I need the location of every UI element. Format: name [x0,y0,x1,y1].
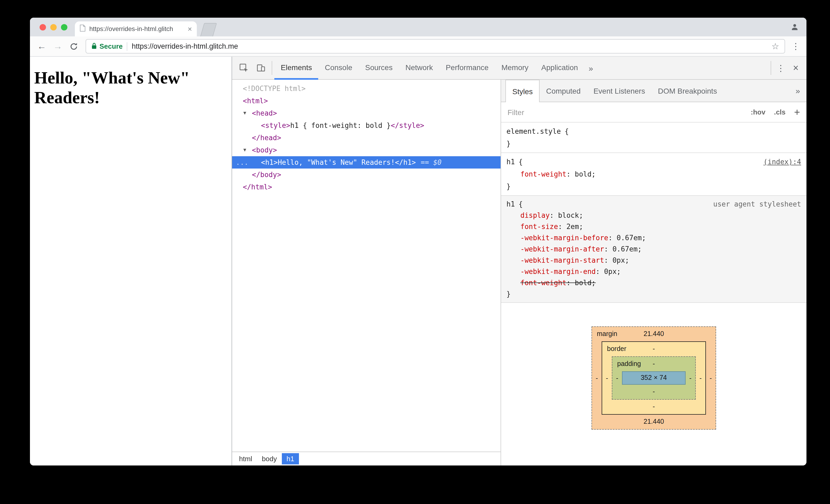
expand-arrow-icon[interactable]: ▼ [243,144,252,156]
css-property[interactable]: font-size: 2em; [506,221,801,232]
tab-close-icon[interactable]: × [188,25,192,33]
back-icon[interactable]: ← [35,42,48,51]
devtools-toolbar: Elements Console Sources Network Perform… [232,57,806,80]
rule-h1-inline-stylesheet: (index):4h1{ font-weight: bold; } [501,153,806,196]
styles-filter-input[interactable] [508,108,582,116]
devtools-menu-icon[interactable]: ⋮ [773,63,788,73]
dom-node-style[interactable]: <style>h1 { font-weight: bold }</style> [232,119,501,132]
css-property[interactable]: -webkit-margin-end: 0px; [506,266,801,277]
dom-node-html-open[interactable]: <html> [232,95,501,107]
stylesheet-source-label: user agent stylesheet [713,198,801,210]
reload-icon[interactable] [67,42,80,51]
page-heading: Hello, "What's New" Readers! [34,68,222,107]
rule-h1-user-agent: user agent stylesheeth1{ display: block;… [501,196,806,303]
breadcrumb-body[interactable]: body [257,453,282,464]
styles-filter-bar: :hov .cls + [501,102,806,123]
box-model-border[interactable]: border- - padding- - [602,341,706,415]
stylesheet-source-link[interactable]: (index):4 [763,156,801,168]
tab-elements[interactable]: Elements [274,57,318,80]
rule-element-style: element.style{ } [501,123,806,153]
css-property[interactable]: -webkit-margin-before: 0.67em; [506,232,801,244]
tab-sources[interactable]: Sources [359,57,399,80]
css-property[interactable]: font-weight: bold; [506,168,801,180]
devtools-body: <!DOCTYPE html> <html> ▼<head> <style>h1… [232,80,806,466]
dom-node-head-open[interactable]: ▼<head> [232,107,501,119]
device-toolbar-icon[interactable] [252,60,269,76]
tab-network[interactable]: Network [399,57,439,80]
toggle-hover-state-button[interactable]: :hov [751,108,766,116]
toolbar-divider [771,61,771,75]
address-bar[interactable]: Secure https://overrides-in-html.glitch.… [86,39,785,54]
window-controls [39,24,67,31]
sidebar-tabs: Styles Computed Event Listeners DOM Brea… [501,80,806,102]
dom-node-body-close[interactable]: </body> [232,168,501,181]
forward-icon[interactable]: → [51,42,64,51]
lock-icon [91,42,97,51]
tab-memory[interactable]: Memory [495,57,535,80]
browser-tab[interactable]: https://overrides-in-html.glitch × [75,22,197,36]
dom-node-h1-selected[interactable]: ... <h1>Hello, "What's New" Readers!</h1… [232,156,501,168]
rule-selector[interactable]: h1 [506,200,515,208]
browser-menu-icon[interactable]: ⋮ [791,41,801,51]
stage: https://overrides-in-html.glitch × ← → S… [0,0,830,504]
dom-node-body-open[interactable]: ▼<body> [232,144,501,156]
breadcrumb-h1[interactable]: h1 [282,453,299,464]
minimize-window-button[interactable] [50,24,57,31]
devtools-panel: Elements Console Sources Network Perform… [231,57,806,466]
toolbar-divider [272,61,272,75]
close-window-button[interactable] [39,24,46,31]
css-property-overridden[interactable]: font-weight: bold; [506,277,801,288]
tab-event-listeners[interactable]: Event Listeners [587,80,651,102]
dom-tree: <!DOCTYPE html> <html> ▼<head> <style>h1… [232,80,501,451]
tab-title: https://overrides-in-html.glitch [89,25,184,33]
content-area: Hello, "What's New" Readers! Elements Co… [30,57,806,466]
more-panels-icon[interactable]: » [584,63,597,72]
console-reference-hint: == $0 [421,158,442,166]
new-style-rule-icon[interactable]: + [794,106,800,118]
dom-node-html-close[interactable]: </html> [232,181,501,193]
box-model-content[interactable]: 352 × 74 [622,371,685,385]
security-chip[interactable]: Secure [91,42,123,51]
styles-sidebar: Styles Computed Event Listeners DOM Brea… [501,80,806,466]
browser-toolbar: ← → Secure https://overrides-in-html.gli… [30,36,806,57]
profile-icon[interactable] [789,22,800,33]
inspect-element-icon[interactable] [235,60,252,76]
box-model-padding[interactable]: padding- - 352 × 74 - - [612,356,696,400]
zoom-window-button[interactable] [61,24,67,31]
tab-computed[interactable]: Computed [540,80,587,102]
dom-node-doctype[interactable]: <!DOCTYPE html> [232,83,501,95]
css-property[interactable]: -webkit-margin-start: 0px; [506,255,801,266]
address-bar-divider [127,42,128,51]
tab-dom-breakpoints[interactable]: DOM Breakpoints [651,80,723,102]
browser-window: https://overrides-in-html.glitch × ← → S… [30,18,806,466]
tab-console[interactable]: Console [318,57,359,80]
devtools-close-icon[interactable]: × [788,62,803,73]
breadcrumb-html[interactable]: html [234,453,257,464]
box-model-diagram: margin21.440 - border- - [592,326,716,430]
tab-strip: https://overrides-in-html.glitch × [30,18,806,36]
rule-selector[interactable]: element.style [506,127,561,135]
box-model-metrics: margin21.440 - border- - [501,303,806,466]
tab-application[interactable]: Application [535,57,584,80]
overflow-ellipsis: ... [236,156,248,168]
css-property[interactable]: -webkit-margin-after: 0.67em; [506,244,801,255]
security-label: Secure [99,42,123,50]
tab-performance[interactable]: Performance [439,57,495,80]
tab-styles[interactable]: Styles [505,80,540,102]
dom-node-head-close[interactable]: </head> [232,132,501,144]
rendered-page: Hello, "What's New" Readers! [30,57,231,466]
new-tab-button[interactable] [200,23,217,36]
rule-selector[interactable]: h1 [506,158,515,166]
expand-arrow-icon[interactable]: ▼ [243,107,252,119]
url-text[interactable]: https://overrides-in-html.glitch.me [132,42,767,50]
toggle-class-button[interactable]: .cls [774,108,785,116]
bookmark-star-icon[interactable]: ☆ [771,41,779,51]
page-favicon-icon [80,25,86,33]
dom-breadcrumb: html body h1 [232,451,501,466]
box-model-margin[interactable]: margin21.440 - border- - [592,326,716,430]
elements-panel: <!DOCTYPE html> <html> ▼<head> <style>h1… [232,80,501,466]
more-sidebar-tabs-icon[interactable]: » [789,80,806,102]
css-property[interactable]: display: block; [506,210,801,221]
